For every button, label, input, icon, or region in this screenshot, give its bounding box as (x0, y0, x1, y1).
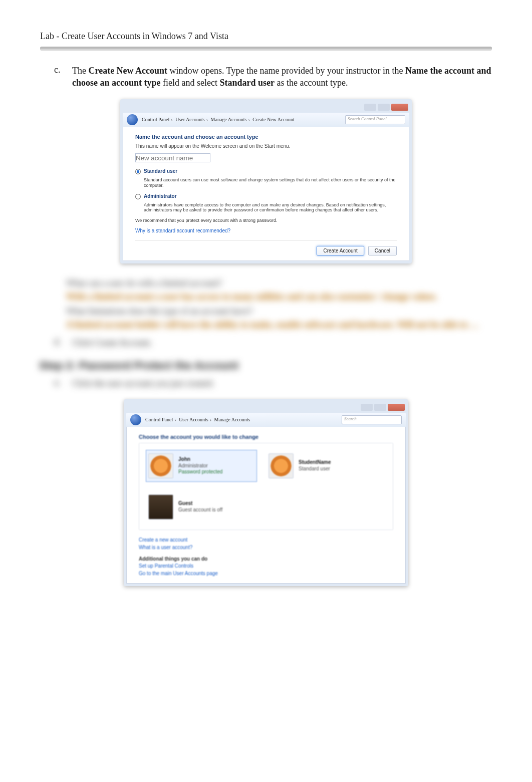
close-button[interactable] (388, 404, 405, 411)
account-type: Guest account is off (178, 507, 222, 513)
account-name: Guest (178, 500, 222, 507)
radio-label: Standard user (144, 168, 177, 174)
parental-controls-link[interactable]: Set up Parental Controls (139, 563, 393, 569)
crumb[interactable]: Create New Account (252, 117, 294, 122)
step-d: d. Click Create Account. (40, 337, 492, 349)
window-create-account: Control Panel› User Accounts› Manage Acc… (120, 99, 412, 264)
account-tile[interactable]: StudentNameStandard user (267, 450, 377, 481)
t: The (72, 66, 88, 76)
blurred-region: What can a user do with a limited accoun… (0, 277, 532, 389)
step-c-body: The Create New Account window opens. Typ… (72, 65, 492, 89)
window-titlebar (123, 102, 409, 113)
recommendation-text: We recommend that you protect every acco… (135, 218, 397, 223)
create-new-account-link[interactable]: Create a new account (139, 537, 393, 543)
step-d-body: Click Create Account. (72, 337, 492, 349)
minimize-button[interactable] (364, 104, 376, 111)
radio-administrator[interactable]: Administrator (135, 193, 397, 199)
radio-desc: Standard account users can use most soft… (144, 177, 397, 188)
account-picture-icon (148, 453, 173, 478)
account-meta: GuestGuest account is off (178, 500, 222, 513)
search-input[interactable]: Search (342, 415, 402, 424)
window-titlebar (126, 402, 406, 413)
standard-user-label: Standard user (219, 78, 275, 88)
lab-title: Lab - Create User Accounts in Windows 7 … (40, 31, 492, 42)
why-standard-link[interactable]: Why is a standard account recommended? (135, 228, 397, 233)
step2-a-body: Click the user account you just created. (72, 377, 492, 389)
create-new-account-label: Create New Account (88, 66, 167, 76)
minimize-button[interactable] (361, 404, 373, 411)
window-footer: Create Account Cancel (135, 240, 397, 255)
account-picture-icon (148, 494, 173, 519)
back-button[interactable] (130, 414, 141, 425)
account-type: Administrator (178, 463, 222, 469)
answer-1: With a limited account a user has access… (66, 290, 492, 304)
window-body: Choose the account you would like to cha… (126, 427, 406, 584)
additional-group: Additional things you can do Set up Pare… (139, 556, 393, 576)
window-toolbar: Control Panel› User Accounts› Manage Acc… (126, 413, 406, 427)
figure-manage-accounts: Control Panel› User Accounts› Manage Acc… (40, 399, 492, 586)
step-c: c. The Create New Account window opens. … (40, 65, 492, 89)
breadcrumb: Control Panel› User Accounts› Manage Acc… (145, 417, 250, 422)
t: as the account type. (277, 78, 348, 88)
page-header: Lab - Create User Accounts in Windows 7 … (0, 31, 532, 47)
accounts-grid: JohnAdministratorPassword protectedStude… (139, 443, 393, 530)
question-2: What limitations does this type of an ac… (66, 305, 492, 318)
window-manage-accounts: Control Panel› User Accounts› Manage Acc… (124, 399, 408, 586)
window-toolbar: Control Panel› User Accounts› Manage Acc… (123, 113, 409, 127)
step-c-block: c. The Create New Account window opens. … (0, 51, 532, 264)
maximize-button[interactable] (374, 404, 386, 411)
t: field and select (163, 78, 219, 88)
main-user-accounts-link[interactable]: Go to the main User Accounts page (139, 571, 393, 576)
breadcrumb: Control Panel› User Accounts› Manage Acc… (142, 117, 295, 122)
crumb[interactable]: User Accounts (175, 117, 205, 122)
question-1: What can a user do with a limited accoun… (66, 277, 492, 290)
window-body: Name the account and choose an account t… (123, 127, 409, 262)
crumb[interactable]: User Accounts (179, 417, 208, 422)
additional-heading: Additional things you can do (139, 556, 393, 562)
figure2-block: Control Panel› User Accounts› Manage Acc… (0, 399, 532, 586)
radio-standard-user[interactable]: Standard user (135, 168, 397, 174)
account-picture-icon (269, 453, 294, 478)
account-protected: Password protected (178, 469, 222, 475)
create-account-button[interactable]: Create Account (317, 246, 364, 255)
panel-heading: Choose the account you would like to cha… (139, 434, 393, 440)
panel-heading: Name the account and choose an account t… (135, 134, 397, 140)
close-button[interactable] (391, 104, 408, 111)
t: window opens. Type the name provided by … (170, 66, 405, 76)
account-tile[interactable]: GuestGuest account is off (146, 491, 256, 523)
below-accounts: Create a new account What is a user acco… (139, 537, 393, 576)
answer-2: A limited account holder will have the a… (66, 318, 492, 332)
document-page: Lab - Create User Accounts in Windows 7 … (0, 0, 532, 782)
account-name-input[interactable] (135, 153, 210, 162)
crumb[interactable]: Manage Accounts (211, 117, 247, 122)
account-name: John (178, 456, 222, 463)
search-input[interactable]: Search Control Panel (345, 115, 405, 124)
qa-block: What can a user do with a limited accoun… (40, 277, 492, 332)
radio-icon (135, 194, 141, 199)
account-type: Standard user (299, 466, 331, 472)
crumb[interactable]: Manage Accounts (214, 417, 250, 422)
account-name: StudentName (299, 459, 331, 466)
account-meta: StudentNameStandard user (299, 459, 331, 472)
header-rule (40, 47, 492, 51)
what-is-user-account-link[interactable]: What is a user account? (139, 545, 393, 550)
step-d-marker: d. (54, 337, 63, 349)
account-meta: JohnAdministratorPassword protected (178, 456, 222, 475)
account-tile[interactable]: JohnAdministratorPassword protected (146, 450, 256, 481)
radio-label: Administrator (144, 193, 177, 199)
panel-subtext: This name will appear on the Welcome scr… (135, 143, 397, 149)
step2-a: a. Click the user account you just creat… (40, 377, 492, 389)
back-button[interactable] (127, 114, 138, 125)
figure-create-account: Control Panel› User Accounts› Manage Acc… (40, 99, 492, 264)
step-c-marker: c. (54, 65, 63, 89)
cancel-button[interactable]: Cancel (368, 246, 397, 255)
crumb[interactable]: Control Panel (145, 417, 173, 422)
crumb[interactable]: Control Panel (142, 117, 169, 122)
radio-desc: Administrators have complete access to t… (144, 202, 397, 213)
radio-icon (135, 169, 141, 174)
maximize-button[interactable] (378, 104, 390, 111)
step2-heading: Step 2: Password Protect the Account (39, 359, 492, 372)
step2-a-marker: a. (54, 377, 63, 389)
